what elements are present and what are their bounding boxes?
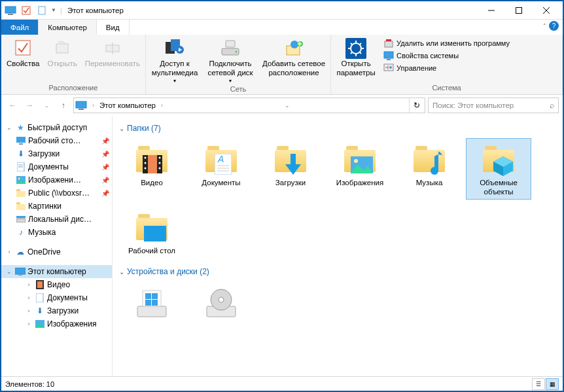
svg-point-83 bbox=[219, 297, 224, 302]
sidebar-item-downloads2[interactable]: ›⬇Загрузки bbox=[1, 304, 112, 317]
download-icon: ⬇ bbox=[16, 149, 26, 159]
svg-point-16 bbox=[235, 51, 237, 53]
download-icon: ⬇ bbox=[35, 306, 45, 316]
svg-rect-33 bbox=[384, 52, 393, 58]
ribbon-addlocation[interactable]: Добавить сетевое расположение bbox=[260, 36, 328, 79]
breadcrumb-chevron-icon[interactable]: › bbox=[158, 102, 166, 109]
network-folder-icon bbox=[16, 188, 26, 198]
ribbon-media[interactable]: Доступ к мультимедиа▾ bbox=[149, 36, 201, 85]
back-button[interactable]: ← bbox=[5, 98, 20, 113]
svg-line-27 bbox=[351, 43, 352, 45]
view-icons-button[interactable]: ▦ bbox=[546, 378, 559, 390]
sidebar-item-desktop[interactable]: Рабочий сто…📌 bbox=[1, 134, 112, 147]
pin-icon: 📌 bbox=[101, 190, 109, 197]
maximize-button[interactable] bbox=[505, 3, 533, 18]
onedrive-icon: ☁ bbox=[15, 247, 26, 257]
pin-icon: 📌 bbox=[101, 164, 109, 171]
ribbon-manage[interactable]: Управление bbox=[383, 62, 510, 74]
sidebar-item-videos[interactable]: ›Видео bbox=[1, 278, 112, 291]
ribbon-open: Открыть bbox=[45, 36, 80, 70]
folder-desktop[interactable]: Рабочий стол bbox=[119, 206, 185, 258]
svg-rect-39 bbox=[16, 137, 26, 143]
ribbon-sysprops[interactable]: Свойства системы bbox=[383, 50, 510, 62]
svg-rect-31 bbox=[385, 41, 393, 47]
tab-computer[interactable]: Компьютер bbox=[39, 20, 97, 35]
status-text: Элементов: 10 bbox=[5, 380, 54, 388]
svg-point-36 bbox=[389, 66, 392, 69]
group-drives[interactable]: ⌄Устройства и диски (2) bbox=[119, 267, 556, 276]
folder-videos[interactable]: Видео bbox=[119, 138, 185, 200]
tab-view[interactable]: Вид bbox=[97, 20, 130, 35]
folder-music[interactable]: Музыка bbox=[397, 138, 462, 200]
ribbon-toggle-icon[interactable]: ˄ bbox=[543, 23, 546, 29]
pin-icon: 📌 bbox=[101, 151, 109, 158]
folder-documents[interactable]: AДокументы bbox=[188, 138, 254, 200]
sidebar-thispc[interactable]: ⌄Этот компьютер bbox=[1, 265, 112, 278]
svg-rect-48 bbox=[16, 204, 26, 210]
group-folders[interactable]: ⌄Папки (7) bbox=[119, 124, 556, 133]
address-bar[interactable]: › Этот компьютер › ⌄ ↻ bbox=[73, 98, 425, 113]
svg-point-64 bbox=[159, 157, 161, 159]
pin-icon: 📌 bbox=[101, 177, 109, 184]
address-dropdown-icon[interactable]: ⌄ bbox=[282, 102, 292, 109]
svg-rect-75 bbox=[137, 306, 166, 317]
qat-new-icon[interactable] bbox=[35, 4, 48, 17]
forward-button[interactable]: → bbox=[22, 98, 37, 113]
ribbon-properties[interactable]: Свойства bbox=[4, 36, 43, 70]
star-icon: ★ bbox=[15, 122, 26, 133]
recent-button[interactable]: ⌄ bbox=[39, 98, 54, 113]
search-icon[interactable]: ⌕ bbox=[550, 101, 554, 109]
sidebar-item-public[interactable]: Public (\\vboxsr…📌 bbox=[1, 187, 112, 200]
sidebar-item-localdisk[interactable]: Локальный дис… bbox=[1, 213, 112, 226]
search-input[interactable]: Поиск: Этот компьютер ⌕ bbox=[428, 98, 559, 113]
svg-rect-38 bbox=[79, 109, 84, 110]
svg-line-30 bbox=[351, 52, 352, 54]
qat-properties-icon[interactable] bbox=[20, 4, 33, 17]
svg-rect-32 bbox=[386, 39, 391, 41]
svg-rect-50 bbox=[16, 219, 26, 223]
view-details-button[interactable]: ☰ bbox=[532, 378, 545, 390]
folder-pictures[interactable]: Изображения bbox=[327, 138, 393, 200]
drive-local[interactable] bbox=[119, 281, 185, 323]
svg-text:A: A bbox=[217, 154, 224, 164]
ribbon-uninstall[interactable]: Удалить или изменить программу bbox=[383, 37, 510, 49]
sidebar-item-downloads[interactable]: ⬇Загрузки📌 bbox=[1, 147, 112, 160]
help-icon[interactable]: ? bbox=[549, 21, 559, 31]
svg-rect-2 bbox=[22, 7, 30, 14]
svg-rect-5 bbox=[516, 7, 522, 13]
svg-rect-80 bbox=[152, 300, 158, 306]
desktop-icon bbox=[16, 135, 26, 146]
qat-dropdown-icon[interactable]: ▼ bbox=[51, 7, 56, 13]
close-button[interactable] bbox=[533, 3, 560, 18]
folder-3dobjects[interactable]: Объемные объекты bbox=[466, 138, 531, 200]
window-title: Этот компьютер bbox=[67, 7, 478, 14]
drive-optical[interactable] bbox=[188, 281, 254, 323]
refresh-button[interactable]: ↻ bbox=[409, 98, 423, 113]
sidebar-item-documents[interactable]: Документы📌 bbox=[1, 160, 112, 173]
svg-rect-53 bbox=[18, 275, 22, 276]
ribbon-group-system: Система bbox=[334, 84, 559, 93]
folder-downloads[interactable]: Загрузки bbox=[258, 138, 323, 200]
sidebar-item-pictures[interactable]: Изображени…📌 bbox=[1, 173, 112, 187]
svg-line-29 bbox=[360, 43, 361, 45]
svg-point-73 bbox=[354, 159, 358, 163]
svg-rect-78 bbox=[152, 293, 158, 299]
sidebar-onedrive[interactable]: ›☁OneDrive bbox=[1, 245, 112, 258]
sidebar-item-picsfolder[interactable]: Картинки bbox=[1, 200, 112, 213]
navigation-pane: ⌄★Быстрый доступ Рабочий сто…📌 ⬇Загрузки… bbox=[1, 116, 113, 376]
breadcrumb-segment[interactable]: Этот компьютер bbox=[99, 101, 156, 109]
sidebar-item-documents2[interactable]: ›Документы bbox=[1, 291, 112, 304]
breadcrumb-chevron-icon[interactable]: › bbox=[90, 102, 97, 109]
sidebar-quickaccess[interactable]: ⌄★Быстрый доступ bbox=[1, 121, 112, 134]
up-button[interactable]: ↑ bbox=[56, 98, 71, 113]
minimize-button[interactable] bbox=[478, 3, 505, 18]
ribbon-mapdrive[interactable]: Подключить сетевой диск▾ bbox=[203, 36, 257, 85]
tab-file[interactable]: Файл bbox=[1, 20, 39, 35]
svg-rect-77 bbox=[145, 293, 151, 299]
ribbon-params[interactable]: Открыть параметры bbox=[334, 36, 378, 79]
svg-line-28 bbox=[360, 52, 361, 54]
sidebar-item-pictures2[interactable]: ›Изображения bbox=[1, 317, 112, 330]
svg-rect-74 bbox=[144, 226, 166, 241]
svg-point-45 bbox=[18, 178, 20, 180]
sidebar-item-music[interactable]: ♪Музыка bbox=[1, 226, 112, 239]
